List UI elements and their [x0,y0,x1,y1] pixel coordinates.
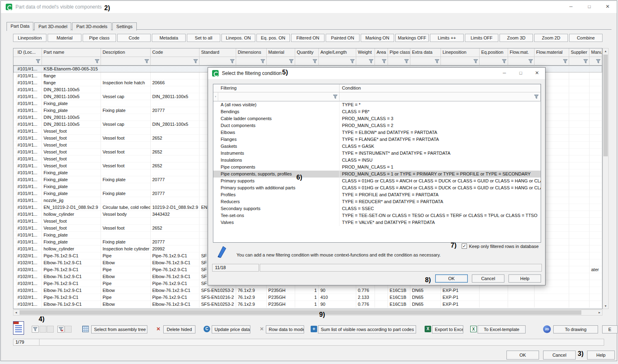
column-header[interactable]: Dimensions [236,48,267,57]
partial-e-button[interactable]: E [602,325,618,333]
cancel-button[interactable]: Cancel [543,351,576,360]
column-header[interactable]: Angle/Length [319,48,356,57]
filter-cell[interactable] [508,57,535,66]
column-header[interactable]: Weight [356,48,375,57]
dialog-ok-button[interactable]: OK [435,274,468,283]
filter-cell[interactable] [535,57,569,66]
dialog-minimize-icon[interactable]: ─ [496,68,513,79]
filter-condition-row[interactable]: Insulations CLASS = INSU [213,157,541,164]
filter-cell[interactable] [101,57,151,66]
filter-condition-row[interactable]: Reducers TYPE = REDUCER* and DATATYPE = … [213,198,541,205]
keep-filtered-rows-option[interactable]: ✓ Keep only filtered rows in database [462,243,539,249]
table-row[interactable]: #102/#1... Elbow-76.1x2.9-C1 Elbow Elbow… [13,301,602,308]
filter-condition-row[interactable]: Primary supports CLASS = 01HG or CLASS =… [213,178,541,184]
toolbar-button[interactable]: Lineposition [13,34,46,42]
filter-cell[interactable] [42,57,101,66]
filter-cell[interactable] [356,57,375,66]
column-header[interactable]: Lineposition [441,48,480,57]
column-header[interactable]: Pipe class [388,48,410,57]
filter-condition-row[interactable]: Primary supports with additional parts C… [213,184,541,191]
filter-condition-row[interactable]: Elbows TYPE = ELBOW* and DATATYPE = PART… [213,129,541,136]
toolbar-button[interactable]: Pipe class [83,34,116,42]
column-header[interactable]: Area [375,48,388,57]
column-header[interactable]: Quantity [295,48,319,57]
column-header[interactable]: ID (Loc... [16,48,42,57]
toolbar-button[interactable]: Zoom 3D [500,34,533,42]
tab[interactable]: Part Data [7,22,33,31]
filter-cell[interactable] [410,57,441,66]
tab[interactable]: Settings [112,22,137,31]
filter-funnel-button[interactable] [32,326,39,333]
scroll-down-icon[interactable]: ▼ [603,303,608,309]
filter-cell[interactable] [199,57,236,66]
column-header[interactable]: Flow.mat. [508,48,535,57]
filter-cell[interactable] [441,57,480,66]
scroll-up-icon[interactable]: ▲ [603,48,608,54]
dialog-cancel-button[interactable]: Cancel [472,274,504,283]
filter-condition-row[interactable]: Instruments TYPE = INSTRUMENT* and DATAT… [213,150,541,157]
filter-condition-row[interactable]: Gaskets CLASS = GASK [213,143,541,150]
toolbar-button[interactable]: Metadata [152,34,185,42]
close-icon[interactable]: ✕ [598,1,617,13]
toolbar-button[interactable]: Linepos. ON [221,34,255,42]
filter-cell[interactable] [236,57,267,66]
filter-cell[interactable] [267,57,295,66]
filter-condition-row[interactable]: Tee-set-ons TYPE = TEE-SET-ON or CLASS =… [213,212,541,219]
filter-condition-row[interactable]: Pipe components, supports, profiles PROD… [213,171,541,178]
table-row[interactable]: #102/#1... Pipe-76.1x2.9-C1 Pipe Pipe-76… [13,294,602,301]
filter-cell[interactable] [590,57,602,66]
column-header[interactable]: Material [267,48,295,57]
filter-condition-row[interactable]: Secondary supports CLASS = SSEC [213,205,541,212]
horizontal-scroll-thumb[interactable] [20,310,581,315]
maximize-icon[interactable]: □ [580,1,598,13]
dialog-help-button[interactable]: Help [508,274,541,283]
vertical-scrollbar[interactable]: ▲ ▼ [603,48,609,309]
column-header[interactable]: Eq.position [480,48,508,57]
filter-condition-row[interactable]: Pipe components PROD_MAIN_CLASS = 1 [213,164,541,171]
scroll-left-icon[interactable]: ◄ [13,310,19,315]
toolbar-button[interactable]: Code [117,34,151,42]
minimize-icon[interactable]: ─ [562,1,580,13]
scroll-right-icon[interactable]: ► [597,310,602,315]
column-header[interactable]: Description [101,48,151,57]
filter-condition-row[interactable]: A (all rows visible) TYPE = * [213,101,541,108]
tab[interactable]: Part 3D-model [34,22,71,31]
toolbar-button[interactable]: Markings OFF [395,34,429,42]
update-price-data-button[interactable]: Update price data [212,325,250,333]
column-header[interactable]: Supplier [569,48,590,57]
filter-clear-button[interactable] [57,326,64,333]
column-header[interactable]: Part name [42,48,101,57]
condition-filter-cell[interactable] [340,92,541,101]
table-row[interactable]: #102/#1... Elbow-76.1x2.9-C1 Elbow Elbow… [13,287,602,294]
toolbar-button[interactable]: Limits OFF [465,34,498,42]
toolbar-button[interactable]: Combine [569,34,603,42]
toolbar-button[interactable]: Zoom 2D [534,34,568,42]
delete-hided-button[interactable]: Delete hided [163,325,195,333]
filtering-filter-cell[interactable] [218,92,340,101]
condition-column-header[interactable]: Condition [340,84,541,92]
horizontal-scrollbar[interactable]: ◄ ► [13,309,603,316]
filter-cell[interactable] [569,57,590,66]
filter-cell[interactable] [295,57,319,66]
toolbar-button[interactable]: Limits ++ [430,34,463,42]
filter-condition-row[interactable]: Duct components PROD_MAIN_CLASS = 2 [213,122,541,129]
filter-condition-row[interactable]: Profiles TYPE = PROFILE and DATATYPE = P… [213,191,541,198]
filter-condition-row[interactable]: Bendings CLASS = PB* [213,108,541,115]
checkbox-checked-icon[interactable]: ✓ [462,243,467,249]
select-from-assembly-tree-button[interactable]: Select from assembly tree [91,325,147,333]
to-drawing-button[interactable]: To drawing [553,325,598,333]
toolbar-button[interactable]: Filtered ON [291,34,324,42]
dialog-maximize-icon[interactable]: □ [513,68,529,79]
ok-button[interactable]: OK [506,351,539,360]
filter-cell[interactable] [151,57,199,66]
toolbar-button[interactable]: Painted ON [326,34,359,42]
to-excel-template-button[interactable]: To Excel-template [478,325,526,333]
vertical-scroll-thumb[interactable] [603,55,608,156]
dialog-filter-gutter[interactable] [213,92,218,101]
column-header[interactable]: Extra data [410,48,441,57]
row-data-to-model-button[interactable]: Row data to model [266,325,304,333]
help-button[interactable]: Help [587,351,615,360]
export-to-excel-button[interactable]: Export to Excel [432,325,463,333]
dialog-close-icon[interactable]: ✕ [529,68,545,79]
filtering-column-header[interactable]: Filtering [218,84,340,92]
